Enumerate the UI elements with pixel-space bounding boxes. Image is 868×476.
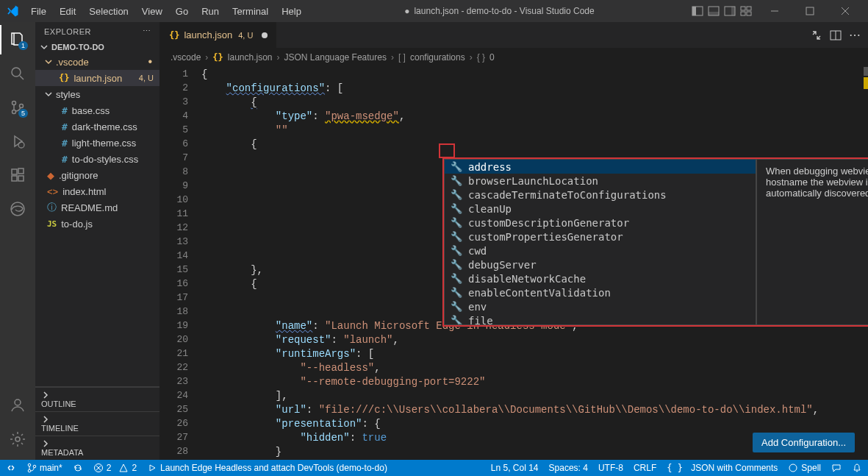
css-file-icon: # bbox=[62, 105, 68, 116]
json-file-icon: {} bbox=[212, 52, 223, 63]
svg-point-14 bbox=[12, 68, 21, 77]
status-spell[interactable]: Spell bbox=[788, 463, 821, 473]
status-feedback[interactable] bbox=[831, 463, 842, 473]
menu-file[interactable]: File bbox=[25, 3, 52, 20]
file-index-html[interactable]: <>index.html bbox=[35, 183, 159, 199]
menu-run[interactable]: Run bbox=[196, 3, 225, 20]
menu-bar: File Edit Selection View Go Run Terminal… bbox=[25, 3, 307, 20]
status-encoding[interactable]: UTF-8 bbox=[598, 463, 623, 473]
feedback-icon bbox=[831, 463, 842, 473]
intellisense-item[interactable]: 🔧browserLaunchLocation bbox=[445, 174, 756, 188]
window-maximize[interactable] bbox=[793, 0, 827, 22]
property-icon: 🔧 bbox=[451, 259, 462, 270]
tab-launch-json[interactable]: {} launch.json 4, U bbox=[160, 22, 277, 48]
intellisense-item[interactable]: 🔧debugServer bbox=[445, 257, 756, 271]
file-launch-json[interactable]: {} launch.json 4, U bbox=[35, 70, 159, 86]
customize-layout-icon[interactable] bbox=[740, 5, 752, 17]
editor-area: {} launch.json 4, U ⋯ .vscode› {}launch.… bbox=[160, 22, 868, 460]
intellisense-item[interactable]: 🔧enableContentValidation bbox=[445, 285, 756, 299]
file-todo-styles-css[interactable]: #to-do-styles.css bbox=[46, 151, 159, 167]
svg-rect-24 bbox=[18, 168, 24, 174]
svg-marker-36 bbox=[150, 465, 155, 471]
file-gitignore[interactable]: ◆.gitignore bbox=[35, 167, 159, 183]
spell-icon bbox=[788, 463, 798, 473]
status-sync[interactable] bbox=[73, 463, 83, 473]
status-language[interactable]: { } JSON with Comments bbox=[667, 463, 778, 473]
intellisense-item[interactable]: 🔧customPropertiesGenerator bbox=[445, 230, 756, 244]
property-icon: 🔧 bbox=[451, 301, 462, 312]
menu-go[interactable]: Go bbox=[170, 3, 194, 20]
svg-rect-6 bbox=[741, 7, 745, 10]
status-spaces[interactable]: Spaces: 4 bbox=[549, 463, 588, 473]
folder-styles[interactable]: styles bbox=[35, 86, 159, 102]
menu-help[interactable]: Help bbox=[276, 3, 307, 20]
section-metadata[interactable]: METADATA bbox=[35, 436, 159, 460]
menu-terminal[interactable]: Terminal bbox=[226, 3, 274, 20]
status-bar: main* 2 2 Launch Edge Headless and attac… bbox=[0, 460, 868, 476]
intellisense-item[interactable]: 🔧address bbox=[445, 160, 756, 174]
activity-accounts[interactable] bbox=[0, 391, 35, 420]
intellisense-list[interactable]: 🔧address 🔧browserLaunchLocation 🔧cascade… bbox=[444, 159, 756, 325]
intellisense-item[interactable]: 🔧cascadeTerminateToConfigurations bbox=[445, 188, 756, 202]
toggle-secondary-sidebar-icon[interactable] bbox=[724, 5, 736, 17]
activity-extensions[interactable] bbox=[0, 160, 35, 190]
gear-icon bbox=[9, 430, 26, 448]
file-light-theme-css[interactable]: #light-theme.css bbox=[46, 135, 159, 151]
intellisense-item[interactable]: 🔧file bbox=[445, 313, 756, 325]
error-icon bbox=[93, 463, 104, 473]
status-bell[interactable] bbox=[852, 463, 862, 473]
toggle-panel-icon[interactable] bbox=[708, 5, 720, 17]
activity-scm[interactable]: 5 bbox=[0, 93, 35, 122]
section-outline[interactable]: OUTLINE bbox=[35, 387, 159, 411]
svg-rect-22 bbox=[12, 176, 17, 181]
folder-vscode[interactable]: .vscode • bbox=[35, 54, 159, 70]
status-branch[interactable]: main* bbox=[26, 463, 62, 473]
editor-tabs: {} launch.json 4, U ⋯ bbox=[160, 22, 868, 48]
json-file-icon: {} bbox=[59, 73, 69, 83]
breadcrumbs[interactable]: .vscode› {}launch.json› JSON Language Fe… bbox=[160, 48, 868, 67]
sidebar-more-icon[interactable]: ⋯ bbox=[143, 26, 151, 36]
tree-root[interactable]: DEMO-TO-DO bbox=[35, 40, 159, 54]
activity-edge-devtools[interactable] bbox=[0, 194, 35, 224]
info-file-icon: ⓘ bbox=[47, 201, 57, 214]
property-icon: 🔧 bbox=[451, 189, 462, 200]
window-title: launch.json - demo-to-do - Visual Studio… bbox=[307, 6, 692, 16]
status-eol[interactable]: CRLF bbox=[634, 463, 656, 473]
intellisense-item[interactable]: 🔧env bbox=[445, 299, 756, 313]
intellisense-item[interactable]: 🔧cwd bbox=[445, 244, 756, 257]
add-configuration-button[interactable]: Add Configuration... bbox=[753, 433, 855, 452]
search-icon bbox=[9, 65, 26, 82]
menu-edit[interactable]: Edit bbox=[54, 3, 82, 20]
activity-debug[interactable] bbox=[0, 127, 35, 156]
modified-dot-icon: • bbox=[148, 55, 152, 68]
activity-explorer[interactable]: 1 bbox=[0, 25, 35, 54]
intellisense-item[interactable]: 🔧disableNetworkCache bbox=[445, 271, 756, 285]
menu-selection[interactable]: Selection bbox=[83, 3, 134, 20]
file-todo-js[interactable]: JSto-do.js bbox=[35, 216, 159, 232]
svg-point-18 bbox=[20, 104, 24, 108]
status-ln-col[interactable]: Ln 5, Col 14 bbox=[491, 463, 539, 473]
file-dark-theme-css[interactable]: #dark-theme.css bbox=[46, 118, 159, 135]
property-icon: 🔧 bbox=[451, 203, 462, 214]
file-readme[interactable]: ⓘREADME.md bbox=[35, 199, 159, 216]
svg-rect-9 bbox=[747, 12, 751, 15]
chevron-right-icon bbox=[41, 391, 50, 399]
section-timeline[interactable]: TIMELINE bbox=[35, 411, 159, 436]
intellisense-item[interactable]: 🔧cleanUp bbox=[445, 202, 756, 216]
window-minimize[interactable] bbox=[758, 0, 792, 22]
intellisense-item[interactable]: 🔧customDescriptionGenerator bbox=[445, 216, 756, 230]
toggle-primary-sidebar-icon[interactable] bbox=[692, 5, 703, 17]
activity-settings[interactable] bbox=[0, 425, 35, 454]
menu-view[interactable]: View bbox=[136, 3, 168, 20]
activity-search[interactable] bbox=[0, 59, 35, 88]
split-editor-icon[interactable] bbox=[830, 29, 842, 41]
compare-changes-icon[interactable] bbox=[811, 29, 822, 41]
window-close[interactable] bbox=[828, 0, 862, 22]
explorer-sidebar: EXPLORER ⋯ DEMO-TO-DO .vscode • {} launc… bbox=[35, 22, 160, 460]
debug-alt-icon bbox=[147, 463, 157, 473]
file-base-css[interactable]: #base.css bbox=[46, 102, 159, 118]
tab-more-icon[interactable]: ⋯ bbox=[849, 28, 861, 42]
status-launch-config[interactable]: Launch Edge Headless and attach DevTools… bbox=[147, 463, 387, 473]
status-remote[interactable] bbox=[6, 463, 16, 473]
status-problems[interactable]: 2 2 bbox=[93, 463, 137, 473]
